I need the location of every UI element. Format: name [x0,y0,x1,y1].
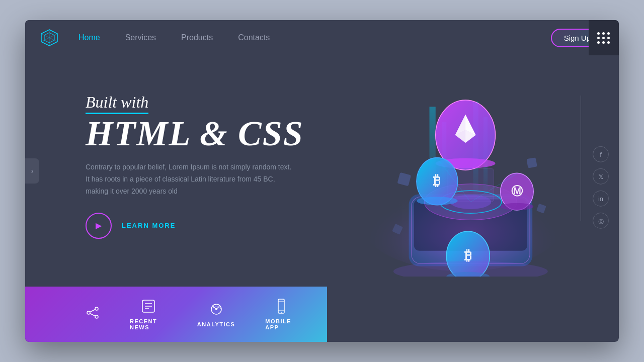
hero-cta: ▶ LEARN MORE [86,213,337,239]
navbar: Home Services Products Contacts Sign Up [25,20,619,55]
built-with-text: Built with [86,93,148,114]
crypto-3d-illustration: ₿ Ⓜ ₿ [337,55,589,277]
nav-links: Home Services Products Contacts [78,33,551,42]
bottom-analytics[interactable]: ANALYTICS [197,301,235,327]
svg-line-49 [90,310,95,312]
bottom-section: RECENT NEWS ANALYTICS [25,287,619,342]
svg-text:Ⓜ: Ⓜ [511,185,523,198]
linkedin-icon[interactable]: in [593,191,609,207]
main-container: Home Services Products Contacts Sign Up … [25,20,619,342]
learn-more-link[interactable]: LEARN MORE [122,222,176,229]
vertical-divider [581,96,581,221]
recent-news-label: RECENT NEWS [130,318,167,330]
hero-description: Contrary to popular belief, Lorem Ipsum … [86,161,297,197]
social-bar: f 𝕏 in ◎ [593,146,609,229]
analytics-icon [208,301,224,317]
hero-illustration: ₿ Ⓜ ₿ [337,55,589,277]
svg-text:₿: ₿ [433,172,441,189]
logo-icon[interactable] [40,29,58,47]
nav-contacts[interactable]: Contacts [238,33,270,42]
svg-point-47 [95,307,98,310]
svg-point-60 [281,312,282,313]
svg-point-30 [417,197,458,205]
nav-products[interactable]: Products [181,33,213,42]
mobile-app-icon [273,298,289,314]
svg-point-48 [95,315,98,318]
hero-section: › Built with HTML & CSS Contrary to popu… [25,55,619,287]
facebook-icon[interactable]: f [593,146,609,162]
bottom-recent-news[interactable]: RECENT NEWS [130,298,167,330]
nav-services[interactable]: Services [125,33,156,42]
hero-title: HTML & CSS [86,116,337,151]
instagram-icon[interactable]: ◎ [593,213,609,229]
play-button[interactable]: ▶ [86,213,112,239]
bottom-bar: RECENT NEWS ANALYTICS [25,287,327,342]
svg-point-56 [215,308,217,310]
menu-dots-button[interactable] [589,20,619,55]
mobile-app-label: MOBILE APP [265,318,297,330]
svg-point-34 [501,203,533,210]
side-nav-arrow[interactable]: › [25,158,39,184]
share-icon[interactable] [86,306,100,323]
hero-content: Built with HTML & CSS Contrary to popula… [86,93,337,238]
dots-grid-icon [597,32,610,44]
svg-rect-57 [278,299,284,313]
recent-news-icon [140,298,156,314]
analytics-label: ANALYTICS [197,321,235,327]
bottom-mobile-app[interactable]: MOBILE APP [265,298,297,330]
svg-rect-40 [526,157,537,168]
twitter-icon[interactable]: 𝕏 [593,168,609,185]
svg-point-46 [87,311,90,314]
nav-home[interactable]: Home [78,33,100,42]
svg-line-50 [90,314,95,316]
screen-wrapper: Home Services Products Contacts Sign Up … [25,20,619,342]
